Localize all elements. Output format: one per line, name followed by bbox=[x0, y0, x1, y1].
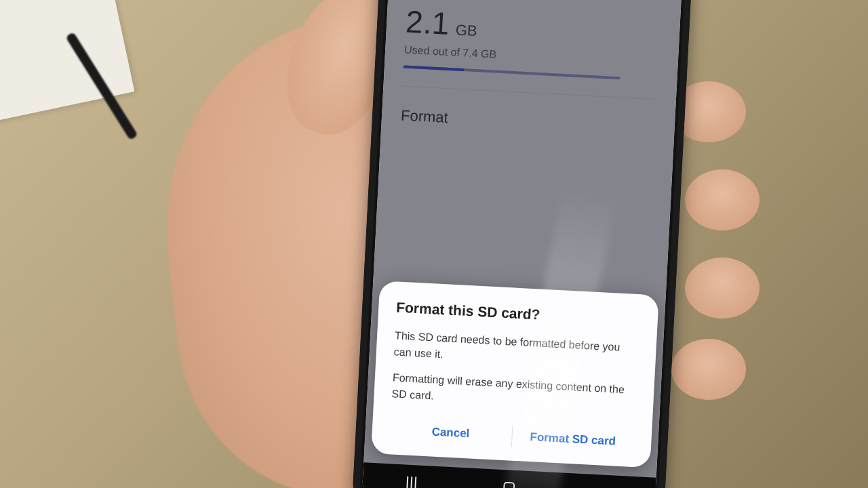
phone-frame: 2.1 GB Used out of 7.4 GB Format Format … bbox=[352, 0, 692, 488]
recents-button[interactable] bbox=[391, 468, 433, 488]
dialog-body-line-2: Formatting will erase any existing conte… bbox=[391, 369, 637, 415]
dialog-actions: Cancel Format SD card bbox=[389, 411, 634, 460]
dialog-body-line-1: This SD card needs to be formatted befor… bbox=[393, 327, 639, 373]
format-confirm-dialog: Format this SD card? This SD card needs … bbox=[371, 281, 659, 468]
phone-screen: 2.1 GB Used out of 7.4 GB Format Format … bbox=[362, 0, 683, 488]
cancel-button[interactable]: Cancel bbox=[389, 412, 512, 453]
svg-rect-0 bbox=[504, 483, 514, 488]
dialog-title: Format this SD card? bbox=[396, 299, 641, 328]
recents-icon bbox=[406, 476, 416, 488]
back-button[interactable] bbox=[585, 478, 627, 488]
home-icon bbox=[501, 480, 517, 488]
finger bbox=[671, 339, 746, 400]
finger bbox=[685, 258, 760, 319]
home-button[interactable] bbox=[488, 473, 530, 488]
format-sd-card-button[interactable]: Format SD card bbox=[511, 419, 635, 460]
back-icon bbox=[599, 485, 614, 488]
finger bbox=[685, 169, 760, 230]
